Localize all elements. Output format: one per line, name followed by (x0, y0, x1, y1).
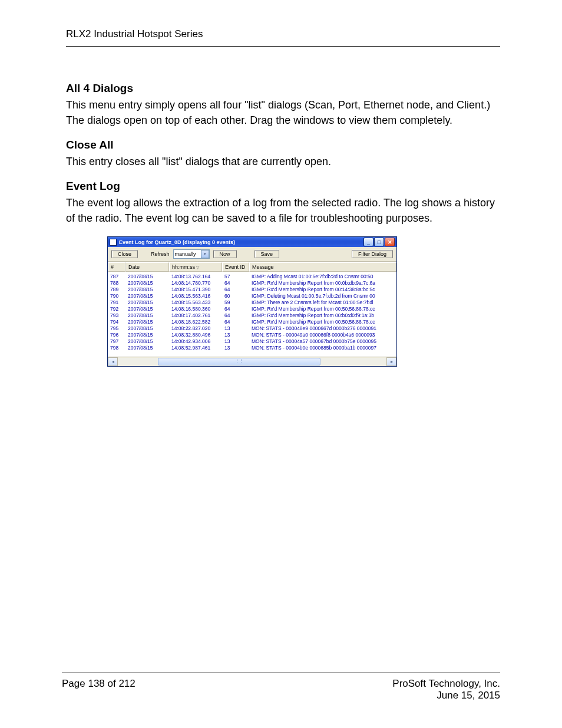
scroll-thumb[interactable]: ⋮⋮ (158, 358, 320, 365)
table-row[interactable]: 7922007/08/1514:08:16.580.36064IGMP: Rx'… (108, 305, 396, 312)
cell-num: 791 (108, 299, 125, 305)
table-row[interactable]: 7982007/08/1514:08:52.987.46113MON: STAT… (108, 344, 396, 351)
cell-message: IGMP: Rx'd Membership Report from 00:50:… (249, 319, 396, 325)
cell-eventid: 64 (222, 319, 249, 325)
table-row[interactable]: 7912007/08/1514:08:15.563.43359IGMP: The… (108, 299, 396, 305)
body-eventlog: The event log allows the extraction of a… (66, 195, 500, 226)
table-row[interactable]: 7972007/08/1514:08:42.934.00613MON: STAT… (108, 338, 396, 344)
cell-date: 2007/08/15 (125, 332, 169, 338)
table-row[interactable]: 7952007/08/1514:08:22.827.02013MON: STAT… (108, 325, 396, 331)
cell-message: MON: STATS - 00004a57 000067bd 0000b75e … (249, 338, 396, 344)
table-row[interactable]: 7882007/08/1514:08:14.780.77064IGMP: Rx'… (108, 279, 396, 286)
cell-time: 14:08:15.563.433 (169, 299, 222, 305)
col-message[interactable]: Message (249, 262, 396, 272)
heading-closeall: Close All (66, 139, 500, 151)
scroll-right-button[interactable]: ▸ (386, 357, 396, 366)
table-row[interactable]: 7902007/08/1514:08:15.563.41660IGMP: Del… (108, 292, 396, 299)
cell-date: 2007/08/15 (125, 319, 169, 325)
cell-eventid: 64 (222, 312, 249, 318)
cell-num: 793 (108, 312, 125, 318)
cell-message: IGMP: There are 2 Cnsmrs left for Mcast … (249, 299, 396, 305)
col-eventid[interactable]: Event ID (222, 262, 249, 272)
cell-time: 14:08:42.934.006 (169, 338, 222, 344)
cell-message: IGMP: Adding Mcast 01:00:5e:7f:db:2d to … (249, 274, 396, 279)
minimize-button[interactable]: _ (363, 238, 373, 246)
cell-time: 14:08:16.580.360 (169, 306, 222, 312)
cell-eventid: 64 (222, 286, 249, 292)
cell-time: 14:08:22.827.020 (169, 325, 222, 331)
cell-time: 14:08:17.402.761 (169, 312, 222, 318)
page-number: Page 138 of 212 (62, 678, 135, 701)
body-all4: This menu entry simply opens all four "l… (66, 97, 500, 128)
table-header: # Date hh:mm:ss▽ Event ID Message (108, 262, 396, 272)
cell-num: 790 (108, 293, 125, 299)
col-time[interactable]: hh:mm:ss▽ (169, 262, 222, 272)
cell-time: 14:08:32.880.496 (169, 332, 222, 338)
cell-message: IGMP: Rx'd Membership Report from 00:14:… (249, 286, 396, 292)
cell-date: 2007/08/15 (125, 312, 169, 318)
page-footer: Page 138 of 212 ProSoft Technology, Inc.… (62, 673, 500, 701)
cell-date: 2007/08/15 (125, 299, 169, 305)
cell-eventid: 13 (222, 332, 249, 338)
cell-num: 787 (108, 274, 125, 279)
titlebar[interactable]: Event Log for Quartz_0D (displaying 0 ev… (108, 237, 396, 247)
cell-message: MON: STATS - 000049a0 000066f8 0000b4a6 … (249, 332, 396, 338)
table-row[interactable]: 7932007/08/1514:08:17.402.76164IGMP: Rx'… (108, 312, 396, 318)
scroll-track[interactable]: ⋮⋮ (118, 358, 386, 365)
save-button[interactable]: Save (254, 250, 280, 258)
chevron-down-icon: ▾ (201, 250, 209, 258)
table-row[interactable]: 7872007/08/1514:08:13.762.16457IGMP: Add… (108, 273, 396, 279)
table-row[interactable]: 7962007/08/1514:08:32.880.49613MON: STAT… (108, 331, 396, 338)
cell-time: 14:08:15.471.390 (169, 286, 222, 292)
cell-time: 14:08:52.987.461 (169, 345, 222, 351)
table-body: 7872007/08/1514:08:13.762.16457IGMP: Add… (108, 272, 396, 357)
refresh-mode-select[interactable]: manually ▾ (173, 249, 210, 259)
horizontal-scrollbar[interactable]: ◂ ⋮⋮ ▸ (108, 357, 396, 366)
cell-message: IGMP: Rx'd Membership Report from 00:b0:… (249, 312, 396, 318)
cell-eventid: 57 (222, 274, 249, 279)
table-row[interactable]: 7942007/08/1514:08:18.622.58264IGMP: Rx'… (108, 318, 396, 325)
close-window-button[interactable]: ✕ (385, 238, 395, 246)
table-row[interactable]: 7892007/08/1514:08:15.471.39064IGMP: Rx'… (108, 286, 396, 292)
footer-date: June 15, 2015 (392, 690, 500, 701)
cell-eventid: 59 (222, 299, 249, 305)
cell-date: 2007/08/15 (125, 293, 169, 299)
col-num[interactable]: # (108, 262, 125, 272)
cell-message: MON: STATS - 00004b0e 0000685b 0000ba1b … (249, 345, 396, 351)
now-button[interactable]: Now (213, 250, 237, 258)
cell-num: 788 (108, 280, 125, 286)
cell-num: 794 (108, 319, 125, 325)
cell-num: 792 (108, 306, 125, 312)
cell-time: 14:08:15.563.416 (169, 293, 222, 299)
heading-eventlog: Event Log (66, 180, 500, 193)
cell-date: 2007/08/15 (125, 274, 169, 279)
sort-indicator-icon: ▽ (196, 265, 199, 269)
cell-time: 14:08:14.780.770 (169, 280, 222, 286)
cell-eventid: 13 (222, 325, 249, 331)
cell-eventid: 60 (222, 293, 249, 299)
cell-num: 798 (108, 345, 125, 351)
cell-message: IGMP: Deleting Mcast 01:00:5e:7f:db:2d f… (249, 293, 396, 299)
cell-date: 2007/08/15 (125, 338, 169, 344)
col-date[interactable]: Date (125, 262, 169, 272)
cell-date: 2007/08/15 (125, 306, 169, 312)
cell-num: 789 (108, 286, 125, 292)
close-button[interactable]: Close (111, 250, 138, 258)
refresh-label: Refresh (151, 251, 170, 257)
cell-message: IGMP: Rx'd Membership Report from 00:0b:… (249, 280, 396, 286)
heading-all4: All 4 Dialogs (66, 82, 500, 95)
scroll-left-button[interactable]: ◂ (108, 357, 118, 366)
cell-time: 14:08:18.622.582 (169, 319, 222, 325)
maximize-button[interactable]: □ (374, 238, 384, 246)
filter-dialog-button[interactable]: Filter Dialog (352, 250, 393, 258)
col-time-label: hh:mm:ss (172, 264, 195, 270)
cell-message: IGMP: Rx'd Membership Report from 00:50:… (249, 306, 396, 312)
cell-eventid: 13 (222, 345, 249, 351)
page-header: RLX2 Industrial Hotspot Series (66, 28, 500, 47)
body-closeall: This entry closes all "list" dialogs tha… (66, 154, 500, 169)
cell-eventid: 64 (222, 280, 249, 286)
cell-time: 14:08:13.762.164 (169, 274, 222, 279)
cell-num: 795 (108, 325, 125, 331)
cell-date: 2007/08/15 (125, 345, 169, 351)
cell-num: 797 (108, 338, 125, 344)
